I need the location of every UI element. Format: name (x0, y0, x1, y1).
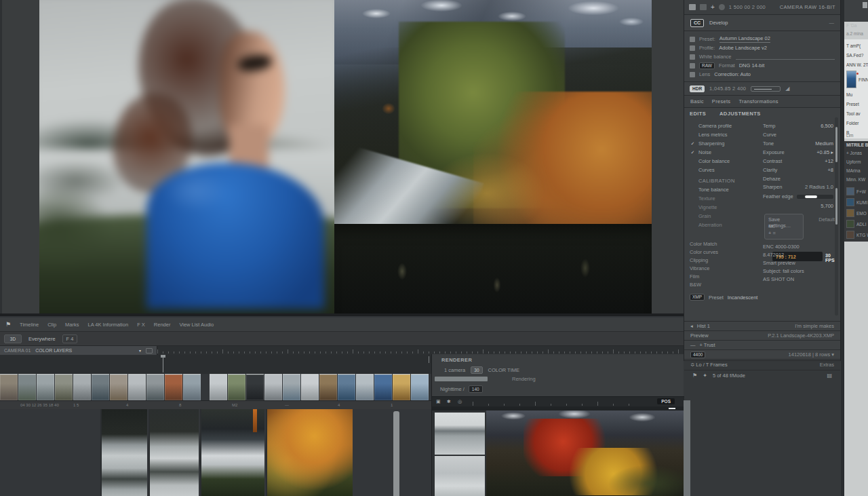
star-icon[interactable]: ✦ (703, 373, 707, 379)
preview-frame-1[interactable] (100, 409, 147, 496)
marker-a-icon[interactable]: ▣ (436, 399, 441, 404)
filmstrip-thumb-12[interactable] (210, 374, 227, 400)
filmstrip-thumb-4[interactable] (55, 374, 73, 400)
toolbar-item-0[interactable]: Timeline (20, 322, 39, 328)
value-row[interactable]: Curve (763, 130, 833, 139)
filmstrip-thumb-3[interactable] (37, 374, 54, 400)
filmstrip-thumb-23[interactable] (411, 374, 429, 400)
meta-label[interactable]: Clipping (690, 257, 757, 265)
adjustment-item[interactable]: Camera profile (690, 121, 759, 130)
flag-icon[interactable]: ⚑ (692, 373, 697, 379)
footer-row[interactable]: ◂Hist 1I'm simple makes (684, 322, 840, 331)
secondary-list-item[interactable]: Mu (846, 90, 868, 99)
tab-everywhere[interactable]: Everywhere (28, 336, 56, 342)
tool-flag-icon[interactable]: ⚑ (5, 321, 11, 328)
save-settings-box[interactable]: Save settings… 4K + = (764, 214, 804, 240)
value-row[interactable]: Contrast+12 (763, 157, 833, 166)
pin-icon[interactable]: ◎ (458, 399, 462, 404)
value-row[interactable]: Dehaze (763, 174, 833, 183)
secondary-list-item[interactable]: FINNA, T (846, 69, 868, 90)
filmstrip-thumb-15[interactable] (264, 374, 282, 400)
secondary-row-1[interactable]: F 'Da (846, 23, 856, 28)
tab-basic[interactable]: Basic (690, 98, 704, 104)
toolbar-item-4[interactable]: F X (137, 322, 145, 328)
track-header[interactable]: CAMERA 01 COLOR LAYERS ▾ (0, 346, 157, 355)
toolbar-item-3[interactable]: LA 4K Information (88, 322, 129, 328)
tab-presets[interactable]: Presets (712, 98, 731, 104)
canvas-image-portrait[interactable] (39, 0, 334, 313)
secondary-list-item[interactable]: T amP( (846, 41, 868, 50)
secondary-list-item[interactable]: ANN W. 2T (846, 60, 868, 69)
autumn-preview-image[interactable] (486, 411, 684, 496)
filmstrip-thumb-7[interactable] (110, 374, 127, 400)
history-icon[interactable] (719, 4, 725, 10)
playhead[interactable] (163, 355, 163, 373)
xmp-row[interactable]: XMP Preset Incandescent (690, 294, 836, 301)
adjustment-item[interactable]: ✓Sharpening (690, 139, 759, 148)
filmstrip-thumb-21[interactable] (374, 374, 392, 400)
secondary-icon-item[interactable]: KUMI (846, 197, 868, 208)
grid-icon[interactable] (689, 4, 696, 10)
adjustment-item[interactable]: Grain (690, 212, 759, 221)
info-row-0[interactable]: Preset:Autumn Landscape 02 (690, 35, 835, 43)
tab-secondary[interactable]: F 4 (62, 335, 78, 343)
info-row-1[interactable]: Profile:Adobe Landscape v2 (690, 43, 835, 52)
filmstrip-thumb-17[interactable] (301, 374, 319, 400)
mono-thumb-bottom[interactable] (435, 456, 485, 496)
secondary-dark-item[interactable]: Upform (846, 159, 868, 168)
adjustment-item[interactable]: ✓Noise (690, 148, 759, 157)
scroll-nub[interactable] (863, 2, 867, 8)
secondary-dark-item[interactable]: Minn. KW (846, 177, 868, 186)
meta-label[interactable]: Color curves (690, 249, 757, 257)
meta-label[interactable]: B&W (690, 282, 757, 290)
preview-frame-3[interactable] (200, 409, 264, 496)
adjustment-item[interactable]: Vignette (690, 203, 759, 212)
toolbar-item-6[interactable]: View List Audio (179, 322, 214, 328)
collapse-control[interactable]: — (829, 20, 835, 26)
meta-label[interactable]: Vibrance (690, 265, 757, 273)
snapshot-row[interactable]: ≎ Lo / T Frames Extras (684, 360, 840, 370)
tab-transformations[interactable]: Transformations (738, 98, 778, 104)
chevron-down-icon[interactable]: ▾ (139, 348, 141, 353)
view-mode-icon[interactable]: 3D (4, 335, 22, 343)
preview-frame-4[interactable] (266, 409, 353, 496)
adjustment-item[interactable]: Color balance (690, 157, 759, 166)
track-options-icon[interactable] (146, 348, 153, 354)
zoom-mini-slider[interactable] (751, 86, 781, 92)
footer-row[interactable]: PreviewP.2.1 Landscape-4K203.XMP (684, 331, 840, 341)
adjustment-item[interactable]: Lens metrics (690, 130, 759, 139)
footer-row[interactable]: —+ Trust (684, 341, 840, 350)
filmstrip-thumb-10[interactable] (165, 374, 182, 400)
adjustment-item[interactable]: Aberration (690, 221, 759, 229)
info-row-3[interactable]: RAWFormatDNG 14-bit (690, 61, 835, 70)
meta-label[interactable]: Color Match (690, 241, 757, 249)
secondary-list-item[interactable]: SA.Fed? (846, 50, 868, 60)
value-row[interactable]: Exposure+0.85 ▸ (763, 148, 833, 157)
filmstrip-thumb-19[interactable] (338, 374, 355, 400)
renderer-ruler[interactable]: ▣ ✱ ◎ POS (432, 396, 684, 406)
secondary-dark-item[interactable]: + Jonas (846, 151, 868, 159)
secondary-icon-item[interactable]: EMO (846, 208, 868, 218)
frame-count-box[interactable]: 140 (469, 385, 483, 393)
footer-row[interactable]: 440014120618 | 8 rows ▾ (684, 350, 840, 360)
filmstrip-thumb-18[interactable] (319, 374, 337, 400)
toolbar-item-1[interactable]: Clip (47, 322, 56, 328)
adjustment-item[interactable]: Curves (690, 166, 759, 174)
secondary-dark-item[interactable]: MArina (846, 168, 868, 177)
filmstrip-thumb-13[interactable] (228, 374, 245, 400)
mono-thumb-top[interactable] (435, 413, 485, 455)
value-row[interactable]: Temp6,500 (763, 121, 833, 130)
info-row-4[interactable]: LensCorrection: Auto (690, 70, 835, 79)
filmstrip-thumb-20[interactable] (356, 374, 374, 400)
check-icon[interactable]: ✓ (690, 141, 696, 147)
text-field[interactable] (736, 54, 835, 60)
filmstrip-thumb-22[interactable] (393, 374, 410, 400)
add-button[interactable]: + (711, 4, 715, 10)
fps-box[interactable]: 30 (471, 366, 482, 374)
preview-frame-2[interactable] (149, 409, 199, 496)
adjustment-item[interactable]: Texture (690, 194, 759, 203)
feather-slider[interactable] (797, 195, 833, 199)
filmstrip-thumb-16[interactable] (283, 374, 300, 400)
filmstrip-thumb-6[interactable] (92, 374, 109, 400)
filmstrip-thumb-1[interactable] (0, 374, 18, 400)
